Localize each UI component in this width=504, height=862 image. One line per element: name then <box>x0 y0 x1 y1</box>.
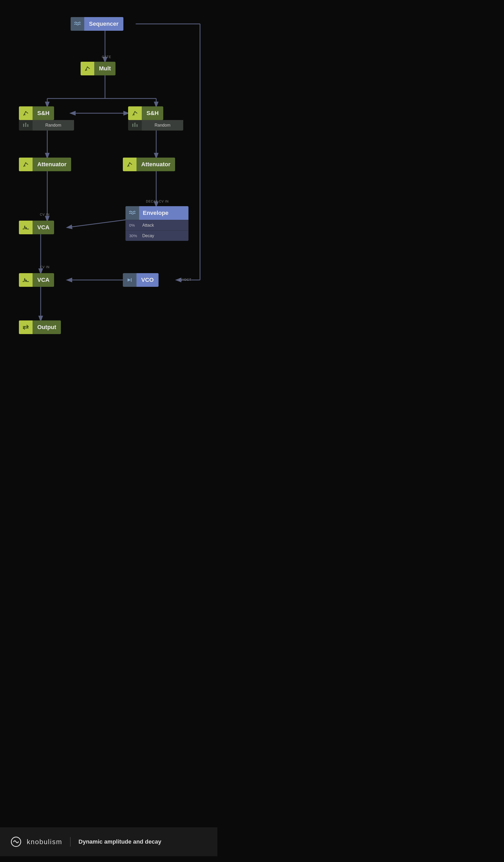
svg-point-23 <box>134 111 135 112</box>
output-label: Output <box>32 321 61 334</box>
svg-rect-26 <box>136 124 137 127</box>
att-right-icon <box>123 158 136 171</box>
sequencer-label: Sequencer <box>84 17 123 31</box>
sh-right-sub-icon <box>128 120 142 131</box>
att-left-module[interactable]: Attenuator <box>19 158 86 171</box>
svg-rect-21 <box>25 123 26 127</box>
envelope-header: Envelope <box>125 206 188 220</box>
label-cv-in-top: CV IN <box>40 213 50 217</box>
vca-top-label: VCA <box>32 221 54 234</box>
sh-right-random-label: Random <box>142 120 183 131</box>
svg-rect-25 <box>134 123 135 127</box>
footer: knobulism Dynamic amplitude and decay <box>0 827 217 856</box>
envelope-decay-pct: 30% <box>129 234 142 238</box>
svg-point-28 <box>129 162 130 164</box>
vco-label: VCO <box>136 273 159 287</box>
sh-left-module[interactable]: S&H <box>19 106 74 120</box>
envelope-attack-row: 0% Attack <box>125 220 188 230</box>
svg-marker-29 <box>128 278 131 282</box>
envelope-decay-row: 30% Decay <box>125 230 188 241</box>
footer-divider <box>70 837 71 847</box>
vco-icon <box>123 273 136 287</box>
vca-top-module[interactable]: VCA <box>19 221 67 234</box>
sh-left-subtitle: Random <box>19 120 74 131</box>
output-module[interactable]: Output <box>19 321 78 334</box>
sh-right-label: S&H <box>142 106 163 120</box>
output-icon <box>19 321 32 334</box>
svg-rect-22 <box>27 124 28 127</box>
svg-point-18 <box>87 66 88 67</box>
vca-bottom-icon <box>19 273 32 287</box>
envelope-params: 0% Attack 30% Decay <box>125 220 188 241</box>
mult-module[interactable]: Mult <box>81 62 129 75</box>
envelope-attack-name: Attack <box>142 223 154 228</box>
sh-left-label: S&H <box>32 106 54 120</box>
vca-bottom-label: VCA <box>32 273 54 287</box>
diagram-container: GATE CV IN CV IN DECAY CV IN 1V/OCT Sequ… <box>0 0 217 827</box>
svg-rect-20 <box>23 124 24 127</box>
sh-right-module[interactable]: S&H <box>128 106 183 120</box>
att-right-module[interactable]: Attenuator <box>123 158 190 171</box>
envelope-attack-pct: 0% <box>129 223 142 227</box>
vca-bottom-module[interactable]: VCA <box>19 273 67 287</box>
svg-rect-24 <box>132 124 133 127</box>
mult-icon <box>81 62 94 75</box>
sh-left-random-label: Random <box>32 120 74 131</box>
envelope-decay-name: Decay <box>142 234 154 238</box>
sh-left-icon <box>19 106 32 120</box>
envelope-module[interactable]: Envelope 0% Attack 30% Decay <box>125 206 188 241</box>
label-decay-cv: DECAY CV IN <box>146 200 169 203</box>
sh-left-sub-icon <box>19 120 32 131</box>
sh-right-icon <box>128 106 142 120</box>
att-right-label: Attenuator <box>136 158 175 171</box>
vca-top-icon <box>19 221 32 234</box>
svg-point-27 <box>25 162 26 164</box>
vco-module[interactable]: VCO <box>123 273 177 287</box>
sh-right-subtitle: Random <box>128 120 183 131</box>
label-gate: GATE <box>102 55 111 59</box>
mult-label: Mult <box>94 62 116 75</box>
svg-line-11 <box>67 220 125 227</box>
att-left-label: Attenuator <box>32 158 71 171</box>
label-cv-in-bottom: CV IN <box>40 265 50 269</box>
footer-title: Dynamic amplitude and decay <box>79 838 161 845</box>
footer-brand: knobulism <box>27 838 62 846</box>
label-1voct: 1V/OCT <box>178 278 191 282</box>
sequencer-module[interactable]: Sequencer <box>71 17 128 31</box>
svg-point-19 <box>25 111 26 112</box>
footer-logo <box>11 836 22 847</box>
envelope-header-icon <box>125 206 139 220</box>
envelope-label: Envelope <box>139 206 188 220</box>
att-left-icon <box>19 158 32 171</box>
sequencer-icon <box>71 17 84 31</box>
